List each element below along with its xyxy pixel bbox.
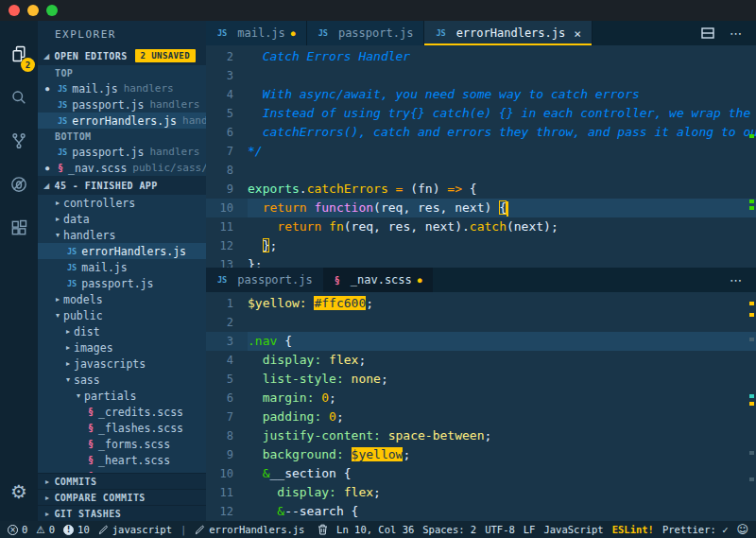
activity-explorer[interactable]: 2 [0,32,38,76]
feedback-smiley[interactable]: ☺ [736,523,748,536]
more-actions-icon[interactable]: ⋯ [730,26,743,41]
close-icon[interactable]: × [574,26,581,41]
code-line-6[interactable]: 6 margin: 0; [206,389,756,408]
tree-item[interactable]: ▾public [38,307,206,323]
mode-javascript[interactable]: javascript [98,524,172,535]
editor-errorhandlers[interactable]: 2 Catch Errors Handler34 With async/awai… [206,45,756,268]
open-editor-item[interactable]: ●§_nav.scsspublic/sass/pa... [38,160,206,176]
tree-item-label: _flashes.scss [98,422,183,435]
open-editor-item[interactable]: JSpassport.jshandlers [38,144,206,160]
tree-item[interactable]: ▾partials [38,388,206,404]
line-number: 2 [206,313,248,332]
tab-_nav-scss[interactable]: §_nav.scss● [323,268,433,292]
tree-item[interactable]: §_heart.scss [38,452,206,468]
tree-item[interactable]: ▸models [38,291,206,307]
activity-debug[interactable] [0,163,38,206]
indentation[interactable]: Spaces: 2 [422,524,476,535]
tree-item[interactable]: §_forms.scss [38,436,206,452]
code-line-1[interactable]: 1$yellow: #ffc600; [206,294,756,313]
project-folder-header[interactable]: ◢ 45 - FINISHED APP [38,176,206,195]
line-number: 5 [206,370,248,389]
language-mode[interactable]: JavaScript [543,524,603,535]
code-token: : [307,390,322,405]
status-text: javascript [112,524,172,535]
file-path-detail: handlers [124,82,174,95]
cursor-position[interactable]: Ln 10, Col 36 [336,524,414,535]
code-line-6[interactable]: 6 catchErrors(), catch and errors they t… [206,123,756,142]
code-token: { [336,466,352,480]
split-editor-icon[interactable] [701,27,714,39]
code-line-12[interactable]: 12 &--search { [206,502,756,521]
section-commits[interactable]: ▸COMMITS [38,473,206,489]
code-token: (req, res, next). [344,219,470,234]
code-line-9[interactable]: 9exports.catchErrors = (fn) => { [206,180,756,199]
tree-item[interactable]: ▾sass [38,372,206,388]
tree-item[interactable]: ▸data [38,211,206,227]
tree-item[interactable]: JSerrorHandlers.js [38,243,206,259]
eslint-status[interactable]: ESLint! [612,524,654,535]
editor-nav-scss[interactable]: 1$yellow: #ffc600;23.nav {4 display: fle… [206,292,756,521]
tree-item[interactable]: ▾handlers [38,227,206,243]
prettier-status[interactable]: Prettier: ✓ [662,524,729,535]
activity-settings[interactable]: ⚙ [0,470,38,513]
tab-passport-js[interactable]: JSpassport.js [307,21,425,45]
code-line-2[interactable]: 2 [206,313,756,332]
tree-item[interactable]: JSpassport.js [38,275,206,291]
code-line-10[interactable]: 10 &__section { [206,464,756,483]
tree-item[interactable]: ▸controllers [38,195,206,211]
line-number: 9 [206,445,248,464]
more-actions-icon[interactable]: ⋯ [730,273,743,287]
minimize-window-button[interactable] [27,5,39,16]
code-line-8[interactable]: 8 justify-content: space-between; [206,426,756,445]
code-line-11[interactable]: 11 return fn(req, res, next).catch(next)… [206,217,756,236]
tab-passport-js[interactable]: JSpassport.js [206,268,323,292]
code-line-5[interactable]: 5 list-style: none; [206,370,756,389]
code-line-8[interactable]: 8 [206,161,756,180]
section-git-stashes[interactable]: ▸GIT STASHES [38,505,206,521]
code-line-9[interactable]: 9 background: $yellow; [206,445,756,464]
problems-warnings[interactable]: ⚠0 [36,524,55,535]
code-line-4[interactable]: 4 display: flex; [206,351,756,370]
code-line-3[interactable]: 3.nav { [206,332,756,351]
code-line-11[interactable]: 11 display: flex; [206,483,756,502]
activity-search[interactable] [0,76,38,119]
eol-sequence[interactable]: LF [524,524,536,535]
code-line-10[interactable]: 10 return function(req, res, next) { [206,199,756,217]
problems-errors[interactable]: ×0 [8,524,27,535]
file-name: passport.js [72,146,144,159]
tree-item[interactable]: §_credits.scss [38,404,206,420]
trash-action[interactable] [318,524,328,535]
tab-mail-js[interactable]: JSmail.js● [206,21,307,45]
zoom-window-button[interactable] [46,5,58,16]
code-line-5[interactable]: 5 Instead of using try{} catch(e) {} in … [206,104,756,123]
code-token: background [263,447,336,461]
code-text: return function(req, res, next) { [248,199,756,217]
tab-errorHandlers-js[interactable]: JSerrorHandlers.js× [424,21,593,45]
encoding[interactable]: UTF-8 [485,524,515,535]
code-line-2[interactable]: 2 Catch Errors Handler [206,47,756,66]
code-text: return fn(req, res, next).catch(next); [248,217,756,236]
problems-info[interactable]: !10 [63,524,90,535]
code-line-4[interactable]: 4 With async/await, you need some way to… [206,85,756,104]
active-file[interactable]: errorHandlers.js [195,524,304,535]
close-window-button[interactable] [9,5,20,16]
code-line-3[interactable]: 3 [206,66,756,85]
code-line-13[interactable]: 13}; [206,255,756,268]
tree-item[interactable]: ▸javascripts [38,356,206,372]
tab-label: passport.js [338,26,413,40]
code-line-12[interactable]: 12 }; [206,236,756,255]
open-editor-item[interactable]: ●JSmail.jshandlers [38,80,206,96]
tree-item[interactable]: ▸dist [38,323,206,339]
tree-item[interactable]: §_flashes.scss [38,420,206,436]
section-compare-commits[interactable]: ▸COMPARE COMMITS [38,489,206,505]
open-editors-header[interactable]: ◢ OPEN EDITORS 2 UNSAVED [38,46,206,65]
open-editor-item[interactable]: JSerrorHandlers.jshandler.. [38,113,206,129]
code-line-7[interactable]: 7 padding: 0; [206,408,756,426]
code-token: #ffc600 [314,296,366,310]
open-editor-item[interactable]: JSpassport.jshandlers [38,96,206,113]
code-line-7[interactable]: 7*/ [206,142,756,161]
tree-item[interactable]: JSmail.js [38,259,206,275]
activity-source-control[interactable] [0,119,38,163]
activity-extensions[interactable] [0,206,38,250]
tree-item[interactable]: ▸images [38,339,206,356]
